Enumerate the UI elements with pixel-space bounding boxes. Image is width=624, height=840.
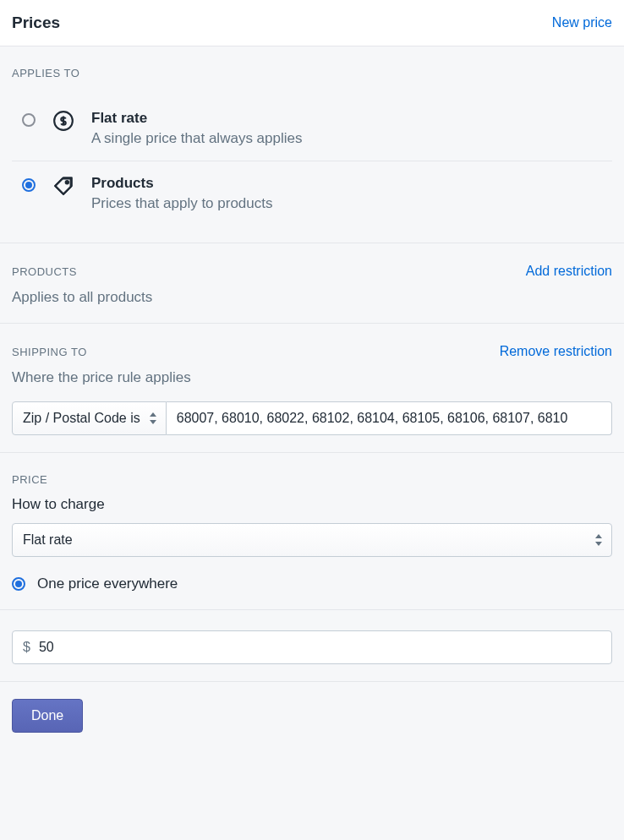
price-amount-section: $ <box>0 610 624 682</box>
dollar-icon <box>52 110 74 132</box>
option-products-desc: Prices that apply to products <box>91 195 612 212</box>
option-products-content: Products Prices that apply to products <box>91 175 612 212</box>
done-button[interactable]: Done <box>12 699 83 733</box>
price-scope-option[interactable]: One price everywhere <box>12 575 612 592</box>
how-to-charge-value: Flat rate <box>23 532 73 547</box>
shipping-input-row: Zip / Postal Code is 68007, 68010, 68022… <box>12 401 612 435</box>
shipping-condition-value: Zip / Postal Code is <box>23 411 140 426</box>
option-products-title: Products <box>91 175 612 192</box>
products-label: PRODUCTS <box>12 265 77 278</box>
shipping-zip-input[interactable]: 68007, 68010, 68022, 68102, 68104, 68105… <box>167 401 612 435</box>
shipping-section: SHIPPING TO Remove restriction Where the… <box>0 324 624 453</box>
footer: Done <box>0 682 624 750</box>
radio-flat-rate[interactable] <box>22 113 36 127</box>
tag-icon <box>52 175 74 197</box>
currency-symbol: $ <box>23 640 30 655</box>
select-caret-icon <box>149 412 157 424</box>
option-flat-rate-title: Flat rate <box>91 110 612 127</box>
shipping-label: SHIPPING TO <box>12 346 87 358</box>
applies-to-label: APPLIES TO <box>12 67 612 79</box>
option-flat-rate-content: Flat rate A single price that always app… <box>91 110 612 147</box>
option-flat-rate[interactable]: Flat rate A single price that always app… <box>12 96 612 161</box>
products-section: PRODUCTS Add restriction Applies to all … <box>0 243 624 324</box>
page-title: Prices <box>12 14 60 32</box>
price-section: PRICE How to charge Flat rate One price … <box>0 453 624 610</box>
select-caret-icon <box>594 534 603 546</box>
radio-products[interactable] <box>22 178 36 192</box>
new-price-link[interactable]: New price <box>552 15 612 30</box>
applies-to-options: Flat rate A single price that always app… <box>12 96 612 226</box>
remove-restriction-link[interactable]: Remove restriction <box>500 344 612 359</box>
shipping-condition-select[interactable]: Zip / Postal Code is <box>12 401 167 435</box>
price-scope-label: One price everywhere <box>37 575 178 592</box>
applies-to-section: APPLIES TO Flat rate A single price that… <box>0 46 624 243</box>
price-label: PRICE <box>12 473 612 486</box>
svg-point-1 <box>66 181 68 183</box>
price-amount-input[interactable]: $ <box>12 630 612 664</box>
page-header: Prices New price <box>0 0 624 46</box>
how-to-charge-label: How to charge <box>12 496 612 513</box>
option-flat-rate-desc: A single price that always applies <box>91 130 612 147</box>
products-summary: Applies to all products <box>12 289 612 306</box>
radio-one-price[interactable] <box>12 577 25 591</box>
shipping-summary: Where the price rule applies <box>12 369 612 386</box>
add-restriction-link[interactable]: Add restriction <box>526 264 612 279</box>
price-amount-field[interactable] <box>39 640 601 655</box>
how-to-charge-select[interactable]: Flat rate <box>12 523 612 557</box>
option-products[interactable]: Products Prices that apply to products <box>12 161 612 226</box>
